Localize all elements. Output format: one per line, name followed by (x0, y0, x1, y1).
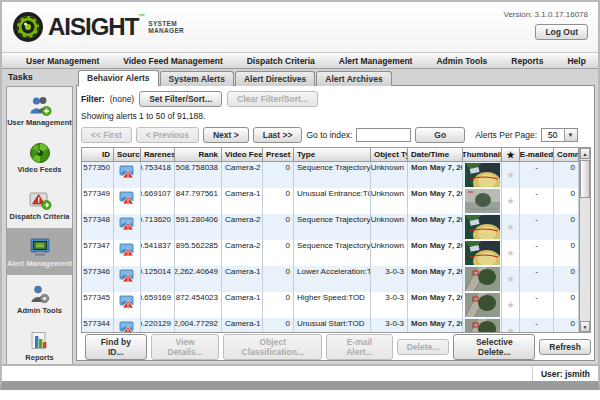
cell-rank: 591.280406 (175, 214, 222, 240)
cell-type: Lower Acceleration:TOD (294, 266, 371, 292)
cell-object-type: 3-0-3 (371, 266, 408, 292)
sidebar-item-video-feeds[interactable]: Video Feeds (7, 134, 72, 181)
scrollbar-thumb[interactable] (580, 160, 590, 198)
cell-id: 577350 (82, 162, 114, 188)
cell-rank: 872.454023 (175, 292, 222, 318)
column-header-source[interactable]: Source (114, 148, 141, 161)
table-row[interactable]: 5773480.713620591.280406Camera-20Sequenc… (82, 214, 579, 240)
cell-id: 577344 (82, 318, 114, 332)
column-header-preset-id[interactable]: Preset ID (263, 148, 294, 161)
column-header-thumbnail[interactable]: Thumbnail (463, 148, 502, 161)
cell-object-type: Unknown (371, 162, 408, 188)
table-row[interactable]: 5773500.753418508.758038Camera-20Sequenc… (82, 162, 579, 188)
tab-alert-directives[interactable]: Alert Directives (235, 71, 315, 86)
cell-comments: 0 (554, 318, 579, 332)
go-button[interactable]: Go (415, 127, 465, 143)
sidebar-item-label: Admin Tools (17, 307, 62, 315)
content-area: Tasks User ManagementVideo FeedsDispatch… (2, 69, 598, 364)
column-header-id[interactable]: ID (82, 148, 114, 161)
column-header-object-type[interactable]: Object Type (371, 148, 408, 161)
table-row[interactable]: 5773450.659169872.454023Camera-10Higher … (82, 292, 579, 318)
sidebar-item-reports[interactable]: Reports (7, 322, 72, 369)
cell-type: Unusual Entrance:TOD (294, 188, 371, 214)
sidebar-item-user-management[interactable]: User Management (7, 87, 72, 134)
starred-column-header[interactable]: ★ (502, 148, 520, 161)
cell-object-type: Unknown (371, 188, 408, 214)
menu-item-help[interactable]: Help (555, 56, 597, 66)
star-icon[interactable]: ★ (502, 266, 520, 292)
find-by-id-button[interactable]: Find by ID... (85, 334, 147, 360)
refresh-button[interactable]: Refresh (539, 339, 591, 355)
table-row[interactable]: 5773490.669107847.797561Camera-10Unusual… (82, 188, 579, 214)
logout-button[interactable]: Log Out (535, 24, 588, 40)
menu-item-user-management[interactable]: User Management (14, 56, 111, 66)
cell-comments: 0 (554, 162, 579, 188)
cell-rank: 2,004.77292 (175, 318, 222, 332)
chevron-down-icon: ▼ (564, 129, 577, 141)
alerts-per-page-select[interactable]: 50 ▼ (541, 128, 577, 142)
cell-rank: 508.758038 (175, 162, 222, 188)
menu-item-alert-management[interactable]: Alert Management (327, 56, 425, 66)
column-header-e-mailed[interactable]: E-mailed (520, 148, 554, 161)
last-page-button[interactable]: Last >> (253, 127, 303, 143)
scroll-up-icon[interactable]: ▲ (580, 148, 590, 159)
sidebar-item-admin-tools[interactable]: Admin Tools (7, 275, 72, 322)
star-icon[interactable]: ★ (502, 240, 520, 266)
alerts-summary: Showing alerts 1 to 50 of 91,188. (81, 111, 591, 124)
selective-delete-button[interactable]: Selective Delete... (453, 334, 535, 360)
sidebar-item-label: Reports (25, 354, 53, 362)
goto-index-label: Go to index: (306, 130, 352, 140)
scroll-down-icon[interactable]: ▼ (580, 321, 590, 332)
column-header-comments[interactable]: Comments (554, 148, 579, 161)
tasks-sidebar: Tasks User ManagementVideo FeedsDispatch… (2, 69, 76, 364)
star-icon[interactable]: ★ (502, 318, 520, 332)
table-row[interactable]: 5773470.541837895.562285Camera-20Sequenc… (82, 240, 579, 266)
clear-filter-sort-button: Clear Filter/Sort... (227, 91, 318, 107)
source-alert-icon (114, 162, 141, 188)
cell-emailed: - (520, 188, 554, 214)
tab-alert-archives[interactable]: Alert Archives (316, 71, 391, 86)
cell-comments: 0 (554, 214, 579, 240)
version-label: Version: 3.1.0.17.16078 (503, 10, 588, 19)
tab-system-alerts[interactable]: System Alerts (160, 71, 234, 86)
table-row[interactable]: 5773440.2201292,004.77292Camera-10Unusua… (82, 318, 579, 332)
star-icon[interactable]: ★ (502, 292, 520, 318)
goto-index-input[interactable] (356, 128, 411, 142)
sidebar-item-dispatch-criteria[interactable]: Dispatch Criteria (7, 181, 72, 228)
star-icon[interactable]: ★ (502, 188, 520, 214)
set-filter-sort-button[interactable]: Set Filter/Sort... (139, 91, 222, 107)
column-header-date-time[interactable]: Date/Time (408, 148, 463, 161)
menu-item-dispatch-criteria[interactable]: Dispatch Criteria (235, 56, 327, 66)
scrollbar-track[interactable] (580, 159, 590, 321)
cell-preset-id: 0 (263, 188, 294, 214)
current-user-label: User: jsmith (532, 366, 598, 381)
cell-object-type: Unknown (371, 214, 408, 240)
cell-id: 577349 (82, 188, 114, 214)
cell-video-feed: Camera-1 (222, 318, 263, 332)
cell-comments: 0 (554, 188, 579, 214)
cell-preset-id: 0 (263, 266, 294, 292)
next-page-button[interactable]: Next > (203, 127, 249, 143)
column-header-rareness[interactable]: Rareness (141, 148, 175, 161)
cell-emailed: - (520, 214, 554, 240)
logo: AISIGHT™ SYSTEMMANAGER (12, 11, 184, 43)
table-body: 5773500.753418508.758038Camera-20Sequenc… (82, 162, 579, 332)
sidebar-item-alert-management[interactable]: Alert Management (7, 228, 72, 275)
menu-item-reports[interactable]: Reports (499, 56, 555, 66)
cell-object-type: Unknown (371, 240, 408, 266)
star-icon[interactable]: ★ (502, 214, 520, 240)
cell-object-type: 3-0-3 (371, 292, 408, 318)
cell-type: Sequence Trajectory (294, 240, 371, 266)
tab-behavior-alerts[interactable]: Behavior Alerts (78, 70, 159, 86)
cell-rareness: 0.713620 (141, 214, 175, 240)
star-icon[interactable]: ★ (502, 162, 520, 188)
thumbnail-image (463, 292, 502, 318)
menu-item-admin-tools[interactable]: Admin Tools (424, 56, 499, 66)
cell-rareness: 0.753418 (141, 162, 175, 188)
table-row[interactable]: 5773460.1250142,262.40649Camera-10Lower … (82, 266, 579, 292)
column-header-type[interactable]: Type (294, 148, 371, 161)
column-header-rank[interactable]: Rank (175, 148, 222, 161)
column-header-video-feed[interactable]: Video Feed (222, 148, 263, 161)
menu-item-video-feed-management[interactable]: Video Feed Management (111, 56, 235, 66)
vertical-scrollbar[interactable]: ▲ ▼ (579, 148, 590, 332)
